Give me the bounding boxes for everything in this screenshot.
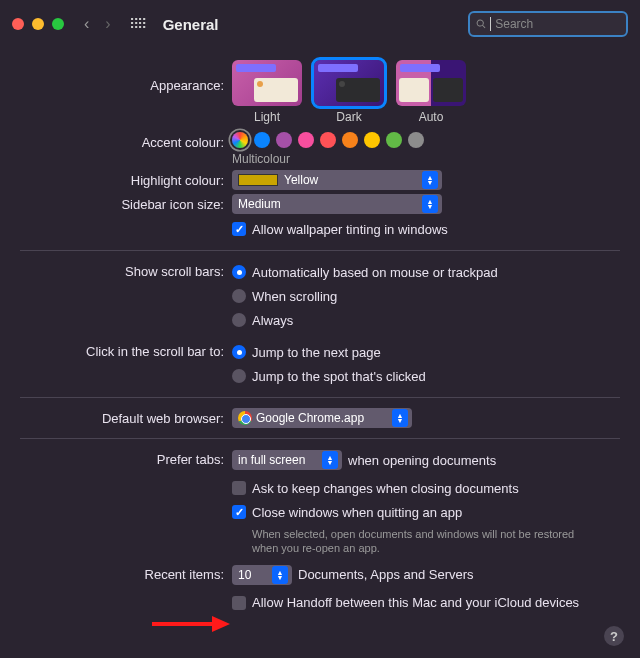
search-field[interactable] (468, 11, 628, 37)
grid-icon[interactable]: ⠿⠿ (123, 16, 151, 32)
highlight-label: Highlight colour: (20, 170, 232, 188)
close-windows-subtext: When selected, open documents and window… (252, 527, 582, 556)
prefer-tabs-label: Prefer tabs: (20, 449, 232, 467)
text-caret (490, 17, 491, 31)
ask-changes-checkbox[interactable] (232, 481, 246, 495)
appearance-option-auto[interactable]: Auto (396, 60, 466, 124)
accent-green[interactable] (386, 132, 402, 148)
chevron-updown-icon: ▲▼ (392, 409, 408, 427)
wallpaper-tinting-label: Allow wallpaper tinting in windows (252, 222, 448, 237)
recent-items-label: Recent items: (20, 564, 232, 582)
appearance-option-light[interactable]: Light (232, 60, 302, 124)
zoom-button[interactable] (52, 18, 64, 30)
recent-items-select[interactable]: 10 ▲▼ (232, 565, 292, 585)
accent-pink[interactable] (298, 132, 314, 148)
sidebar-size-select[interactable]: Medium ▲▼ (232, 194, 442, 214)
default-browser-select[interactable]: Google Chrome.app ▲▼ (232, 408, 412, 428)
accent-purple[interactable] (276, 132, 292, 148)
scroll-auto-radio[interactable] (232, 265, 246, 279)
search-icon (476, 18, 486, 30)
click-spot-radio[interactable] (232, 369, 246, 383)
chevron-updown-icon: ▲▼ (422, 195, 438, 213)
accent-yellow[interactable] (364, 132, 380, 148)
appearance-label: Appearance: (20, 60, 232, 93)
chevron-updown-icon: ▲▼ (322, 451, 338, 469)
accent-orange[interactable] (342, 132, 358, 148)
scroll-scrolling-radio[interactable] (232, 289, 246, 303)
scroll-always-radio[interactable] (232, 313, 246, 327)
help-button[interactable]: ? (604, 626, 624, 646)
highlight-select[interactable]: Yellow ▲▼ (232, 170, 442, 190)
chevron-updown-icon: ▲▼ (272, 566, 288, 584)
accent-multicolour[interactable] (232, 132, 248, 148)
chrome-icon (238, 411, 252, 425)
wallpaper-tinting-checkbox[interactable] (232, 222, 246, 236)
back-button[interactable]: ‹ (80, 15, 93, 33)
chevron-updown-icon: ▲▼ (422, 171, 438, 189)
window-controls[interactable] (12, 18, 64, 30)
handoff-checkbox[interactable] (232, 596, 246, 610)
accent-red[interactable] (320, 132, 336, 148)
highlight-swatch (238, 174, 278, 186)
prefer-tabs-select[interactable]: in full screen ▲▼ (232, 450, 342, 470)
accent-graphite[interactable] (408, 132, 424, 148)
close-windows-checkbox[interactable] (232, 505, 246, 519)
page-title: General (163, 16, 219, 33)
accent-color-picker[interactable] (232, 132, 620, 148)
appearance-option-dark[interactable]: Dark (314, 60, 384, 124)
search-input[interactable] (495, 17, 620, 31)
default-browser-label: Default web browser: (20, 408, 232, 426)
forward-button[interactable]: › (101, 15, 114, 33)
sidebar-size-label: Sidebar icon size: (20, 194, 232, 212)
accent-label: Accent colour: (20, 132, 232, 150)
click-scroll-label: Click in the scroll bar to: (20, 341, 232, 359)
close-button[interactable] (12, 18, 24, 30)
accent-caption: Multicolour (232, 152, 620, 166)
minimize-button[interactable] (32, 18, 44, 30)
scrollbars-label: Show scroll bars: (20, 261, 232, 279)
accent-blue[interactable] (254, 132, 270, 148)
click-next-page-radio[interactable] (232, 345, 246, 359)
